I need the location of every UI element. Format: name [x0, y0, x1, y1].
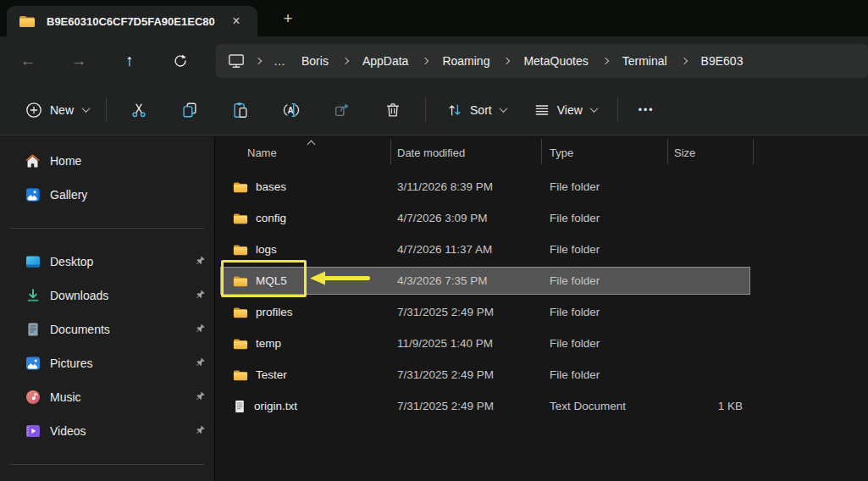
sidebar-item-label: Music [50, 390, 81, 404]
breadcrumb-item-roaming[interactable]: Roaming [434, 51, 498, 71]
pin-icon [193, 390, 207, 404]
sidebar-item-videos[interactable]: Videos [0, 414, 214, 448]
breadcrumb-overflow[interactable]: … [267, 51, 293, 71]
breadcrumb-item-terminal-id[interactable]: B9E603 [693, 51, 752, 71]
pin-icon [193, 357, 207, 370]
folder-icon [233, 180, 248, 194]
sort-icon [446, 102, 463, 119]
cut-button[interactable] [120, 94, 158, 126]
delete-button[interactable] [374, 94, 412, 126]
sidebar-item-desktop[interactable]: Desktop [0, 245, 214, 279]
text-file-icon [233, 400, 246, 413]
highlight-box-annotation [221, 260, 307, 297]
this-pc-icon[interactable] [228, 53, 245, 69]
pictures-icon [25, 356, 41, 372]
chevron-right-icon[interactable] [342, 57, 349, 64]
navigation-bar: ← → ↑ … Boris AppData Roaming MetaQuotes… [0, 36, 868, 85]
sidebar-item-music[interactable]: Music [0, 380, 214, 414]
table-row-origin-txt[interactable]: origin.txt 7/31/2025 2:49 PM Text Docume… [221, 390, 749, 422]
chevron-right-icon[interactable] [422, 57, 428, 64]
pin-icon [193, 323, 207, 336]
view-button[interactable]: View [525, 95, 605, 125]
pin-icon [193, 289, 207, 302]
table-row-bases[interactable]: bases 3/11/2026 8:39 PM File folder [221, 171, 749, 202]
paste-icon [231, 101, 250, 119]
desktop-icon [25, 254, 41, 270]
close-tab-icon[interactable]: × [226, 11, 246, 31]
sidebar-item-label: Home [50, 154, 81, 168]
documents-icon [25, 322, 41, 338]
refresh-icon[interactable] [163, 46, 197, 76]
rename-button[interactable]: A [273, 94, 310, 126]
music-icon [25, 390, 41, 406]
chevron-right-icon[interactable] [255, 57, 262, 64]
column-header-date-modified[interactable]: Date modified [391, 139, 542, 164]
sidebar-item-label: Gallery [50, 188, 87, 202]
sidebar-item-label: Downloads [50, 289, 108, 302]
trash-icon [384, 101, 402, 119]
view-button-label: View [557, 103, 583, 117]
sidebar-item-pictures[interactable]: Pictures [0, 346, 214, 380]
downloads-icon [25, 288, 41, 304]
new-button-label: New [50, 103, 74, 117]
sidebar-item-downloads[interactable]: Downloads [0, 279, 214, 312]
table-row-tester[interactable]: Tester 7/31/2025 2:49 PM File folder [221, 359, 749, 390]
file-explorer-window: B9E60310C6CF7D5FA90E1EC80 × + ← → ↑ … Bo… [0, 0, 868, 481]
title-bar: B9E60310C6CF7D5FA90E1EC80 × + [0, 0, 868, 36]
new-tab-button[interactable]: + [278, 8, 298, 29]
copy-button[interactable] [171, 94, 208, 126]
toolbar-divider [106, 97, 107, 123]
sidebar-item-label: Desktop [50, 255, 93, 268]
sidebar-item-home[interactable]: Home [0, 144, 214, 178]
toolbar-divider [425, 97, 426, 123]
chevron-down-icon [589, 104, 598, 113]
copy-icon [180, 101, 199, 119]
breadcrumb-item-metaquotes[interactable]: MetaQuotes [515, 51, 596, 71]
chevron-right-icon[interactable] [601, 57, 608, 64]
sidebar-divider [10, 228, 204, 229]
chevron-down-icon [499, 104, 507, 113]
videos-icon [25, 423, 41, 440]
breadcrumb-item-boris[interactable]: Boris [293, 51, 337, 71]
breadcrumb: … Boris AppData Roaming MetaQuotes Termi… [216, 44, 868, 78]
tab-title: B9E60310C6CF7D5FA90E1EC80 [47, 15, 226, 28]
column-header-name[interactable]: Name [215, 139, 391, 164]
sort-button[interactable]: Sort [438, 95, 515, 125]
column-header-size[interactable]: Size [668, 139, 754, 164]
folder-icon [233, 243, 248, 257]
column-header-type[interactable]: Type [542, 139, 668, 164]
folder-icon [233, 337, 248, 351]
breadcrumb-item-appdata[interactable]: AppData [354, 51, 417, 71]
home-icon [25, 153, 41, 169]
toolbar-divider [617, 97, 618, 123]
gallery-icon [25, 187, 41, 203]
more-options-button[interactable]: ••• [630, 97, 663, 123]
breadcrumb-item-terminal[interactable]: Terminal [614, 51, 676, 71]
file-list-header: Name Date modified Type Size [215, 139, 754, 164]
pin-icon [193, 255, 207, 268]
pin-icon [193, 424, 207, 438]
back-icon[interactable]: ← [11, 46, 45, 76]
file-list-area: Name Date modified Type Size bases 3/11/… [215, 136, 868, 481]
sidebar-divider [10, 464, 204, 465]
sidebar: Home Gallery Desktop Downloads [0, 136, 215, 481]
folder-icon [233, 306, 248, 319]
new-button[interactable]: New [15, 95, 99, 125]
table-row-config[interactable]: config 4/7/2026 3:09 PM File folder [221, 202, 749, 234]
sidebar-item-gallery[interactable]: Gallery [0, 178, 214, 212]
table-row-profiles[interactable]: profiles 7/31/2025 2:49 PM File folder [221, 296, 749, 328]
plus-circle-icon [25, 102, 42, 119]
table-row-temp[interactable]: temp 11/9/2025 1:40 PM File folder [221, 328, 749, 359]
chevron-down-icon [82, 104, 91, 113]
share-button[interactable] [323, 94, 361, 126]
sidebar-item-label: Pictures [50, 357, 93, 370]
forward-icon[interactable]: → [62, 46, 96, 76]
chevron-right-icon[interactable] [680, 57, 687, 64]
sidebar-item-documents[interactable]: Documents [0, 312, 214, 346]
content-area: Home Gallery Desktop Downloads [0, 136, 868, 481]
explorer-tab[interactable]: B9E60310C6CF7D5FA90E1EC80 × [7, 6, 257, 36]
chevron-right-icon[interactable] [503, 57, 510, 64]
up-icon[interactable]: ↑ [113, 46, 147, 76]
paste-button[interactable] [222, 94, 259, 126]
arrow-annotation [308, 270, 376, 286]
